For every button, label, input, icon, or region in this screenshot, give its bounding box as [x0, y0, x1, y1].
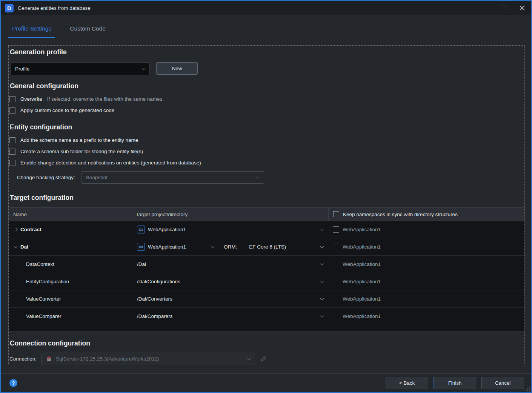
edit-connection-button[interactable] [260, 356, 267, 362]
apply-custom-code-label: Apply custom code to the generated code [20, 107, 114, 114]
overwrite-checkbox[interactable] [9, 96, 15, 102]
chevron-down-icon[interactable] [14, 244, 18, 248]
change-tracking-label: Change tracking strategy: [17, 175, 75, 180]
change-tracking-value: Snapshot [86, 175, 108, 180]
help-button[interactable]: ? [9, 379, 17, 387]
keep-namespaces-sync-checkbox[interactable] [333, 211, 339, 217]
namespace-value: WebApplication1 [343, 296, 381, 302]
keep-namespaces-sync-label: Keep namespaces in sync with directory s… [343, 212, 458, 217]
column-header-namespaces: Keep namespaces in sync with directory s… [329, 208, 524, 221]
namespace-checkbox[interactable] [333, 226, 339, 233]
option-overwrite: Overwrite If selected, overwrite the fil… [9, 96, 524, 102]
chevron-down-icon [248, 356, 251, 360]
chevron-down-icon [256, 175, 260, 179]
row-name: EntityConfiguration [26, 279, 69, 284]
target-dropdown-chevron-icon[interactable] [320, 314, 324, 318]
resize-grip[interactable] [525, 386, 530, 391]
footer-bar: ? < Back Finish Cancel [1, 373, 531, 392]
namespace-value: WebApplication1 [343, 313, 381, 319]
target-directory-value: /Dal/Comparers [137, 313, 173, 319]
generation-profile-heading: Generation profile [9, 48, 524, 56]
maximize-button[interactable] [495, 1, 513, 15]
profile-settings-panel: Generation profile Profile New General c… [8, 45, 525, 365]
general-configuration-heading: General configuration [9, 82, 524, 90]
orm-value: EF Core 6 (LTS) [249, 244, 286, 250]
app-logo-glyph: D [7, 5, 11, 11]
namespace-value: WebApplication1 [343, 279, 381, 284]
table-row-entityconfiguration[interactable]: EntityConfiguration /Dal/Configurations … [9, 273, 524, 290]
row-name: DataContext [26, 261, 54, 267]
table-empty-area [9, 325, 524, 332]
namespace-value: WebApplication1 [343, 244, 381, 250]
table-row-valuecomparer[interactable]: ValueComparer /Dal/Comparers WebApplicat… [9, 308, 524, 325]
csharp-icon-text: C# [138, 227, 143, 232]
help-icon: ? [12, 380, 15, 386]
new-profile-button[interactable]: New [156, 62, 198, 75]
target-directory-value: /Dal [137, 261, 146, 267]
target-dropdown-chevron-icon[interactable] [320, 279, 324, 283]
tab-profile-settings[interactable]: Profile Settings [12, 25, 51, 38]
pencil-icon [260, 356, 267, 362]
target-dropdown-chevron-icon[interactable] [320, 227, 324, 231]
column-header-target: Target project/directory [131, 208, 329, 221]
orm-label: ORM: [224, 244, 237, 250]
target-dropdown-chevron-icon[interactable] [320, 262, 324, 266]
option-schema-prefix: Add the schema name as a prefix to the e… [9, 137, 524, 143]
option-schema-subfolder: Create a schema sub folder for storing t… [9, 148, 524, 155]
connection-select[interactable]: SqlServer-172.25.25.3(AdventureWorks2012… [42, 353, 255, 365]
close-button[interactable] [513, 1, 531, 15]
window-title: Generate entities from database [18, 5, 91, 11]
tab-custom-code[interactable]: Custom Code [70, 25, 106, 38]
table-row-valueconverter[interactable]: ValueConverter /Dal/Converters WebApplic… [9, 290, 524, 308]
back-button[interactable]: < Back [386, 377, 428, 389]
target-directory-value: /Dal/Converters [137, 296, 172, 302]
chevron-down-icon [142, 66, 146, 70]
change-tracking-row: Change tracking strategy: Snapshot [17, 171, 524, 184]
schema-subfolder-label: Create a schema sub folder for storing t… [20, 148, 143, 155]
profile-select-value: Profile [15, 66, 29, 72]
schema-subfolder-checkbox[interactable] [9, 149, 15, 155]
apply-custom-code-checkbox[interactable] [9, 107, 15, 114]
table-row-dal[interactable]: Dal C# WebApplication1 ORM: EF Core 6 (L… [9, 238, 524, 256]
csharp-project-icon: C# [137, 226, 145, 233]
target-project-value: WebApplication1 [148, 244, 208, 250]
namespace-value: WebApplication1 [343, 261, 381, 267]
csharp-project-icon: C# [137, 243, 145, 251]
close-icon [520, 5, 525, 11]
titlebar: D Generate entities from database [1, 1, 531, 15]
table-header: Name Target project/directory Keep names… [9, 207, 524, 221]
change-detection-label: Enable change detection and notification… [20, 160, 201, 166]
app-logo-icon: D [5, 4, 14, 12]
target-directory-value: /Dal/Configurations [137, 279, 180, 284]
profile-select[interactable]: Profile [10, 62, 150, 75]
target-configuration-table: Name Target project/directory Keep names… [9, 207, 524, 332]
table-row-contract[interactable]: Contract C# WebApplication1 WebApplicati… [9, 221, 524, 238]
chevron-right-icon[interactable] [14, 228, 18, 232]
orm-dropdown-chevron-icon[interactable] [320, 244, 324, 248]
schema-prefix-label: Add the schema name as a prefix to the e… [20, 137, 138, 143]
target-project-value: WebApplication1 [148, 227, 186, 232]
entity-configuration-heading: Entity configuration [9, 123, 524, 131]
row-name: Contract [20, 227, 42, 232]
connection-row: Connection: SqlServer-172.25.25.3(Advent… [9, 353, 524, 365]
row-name: Dal [20, 244, 28, 250]
option-apply-custom-code: Apply custom code to the generated code [9, 107, 524, 114]
column-header-name: Name [9, 208, 131, 221]
change-tracking-select[interactable]: Snapshot [81, 171, 264, 184]
maximize-icon [502, 6, 506, 10]
schema-prefix-checkbox[interactable] [9, 137, 15, 143]
database-icon [46, 356, 52, 362]
overwrite-label: Overwrite [20, 96, 42, 102]
namespace-checkbox[interactable] [333, 244, 339, 250]
namespace-value: WebApplication1 [343, 227, 381, 232]
target-configuration-heading: Target configuration [9, 194, 524, 202]
table-row-datacontext[interactable]: DataContext /Dal WebApplication1 [9, 256, 524, 273]
table-body: Contract C# WebApplication1 WebApplicati… [9, 221, 524, 332]
row-name: ValueConverter [26, 296, 61, 302]
change-detection-checkbox[interactable] [9, 160, 15, 166]
target-dropdown-chevron-icon[interactable] [211, 244, 215, 248]
target-dropdown-chevron-icon[interactable] [320, 296, 324, 300]
cancel-button[interactable]: Cancel [481, 377, 524, 389]
finish-button[interactable]: Finish [434, 377, 476, 389]
overwrite-description: If selected, overwrite the files with th… [47, 96, 164, 102]
